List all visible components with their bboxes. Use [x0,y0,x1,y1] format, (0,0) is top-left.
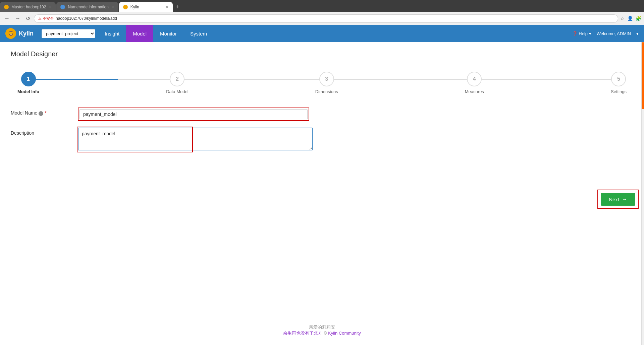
new-tab-button[interactable]: + [173,4,182,11]
address-box[interactable]: ⚠ 不安全 hadoop102:7070/kylin/models/add [34,14,618,23]
model-name-input[interactable] [79,109,308,119]
steps-line-active [31,79,118,80]
forward-button[interactable]: → [13,15,22,22]
help-button[interactable]: ❓ Help ▾ [572,31,591,36]
footer: 亲爱的莉莉安 余生再也没有了北方 © Kylin Community [278,319,366,342]
model-name-label: Model Name i * [11,108,78,116]
main-content: Model Designer 1 Model Info 2 Data Model… [0,42,644,345]
step-circle-4: 4 [467,72,482,86]
tab-title-1: Master: hadoop102 [11,5,46,9]
description-row: Description [11,128,380,151]
step-4: 4 Measures [465,72,484,94]
nav-monitor[interactable]: Monitor [153,25,183,42]
model-name-field [78,108,380,121]
next-button-container: Next → [597,190,639,209]
step-circle-2: 2 [170,72,184,86]
address-actions: ☆ 👤 🧩 [620,16,641,21]
security-warning: ⚠ 不安全 [38,16,54,21]
tab-close-1[interactable]: ✕ [49,5,52,9]
step-label-1: Model Info [17,89,39,94]
project-selector[interactable]: payment_project [42,29,95,38]
step-label-3: Dimensions [315,89,338,94]
browser-tab-3[interactable]: Kylin ✕ [119,2,173,12]
step-3: 3 Dimensions [315,72,338,94]
next-arrow-icon: → [622,196,627,202]
logo-icon: 🦁 [5,28,16,39]
app-navbar: 🦁 Kylin payment_project Insight Model Mo… [0,25,644,42]
extension-button[interactable]: 🧩 [636,16,641,21]
nav-system[interactable]: System [183,25,214,42]
description-wrapper [78,128,313,151]
tab-close-2[interactable]: ✕ [111,5,114,9]
scrollbar-thumb [642,42,644,109]
refresh-button[interactable]: ↺ [24,15,32,22]
next-red-border: Next → [597,190,639,209]
footer-line1: 亲爱的莉莉安 [283,324,361,330]
back-button[interactable]: ← [3,15,11,22]
browser-tab-1[interactable]: Master: hadoop102 ✕ [0,2,56,12]
step-5: 5 Settings [611,72,627,94]
nav-right: ❓ Help ▾ Welcome, ADMIN ▾ [572,31,644,36]
model-name-red-border [78,108,309,121]
kylin-logo: 🦁 Kylin [0,28,39,39]
tab-favicon-3 [123,5,128,9]
tab-bar: Master: hadoop102 ✕ Namenode information… [0,0,644,12]
step-label-2: Data Model [166,89,188,94]
step-label-4: Measures [465,89,484,94]
nav-insight[interactable]: Insight [98,25,126,42]
step-circle-1: 1 [21,72,36,86]
steps-container: 1 Model Info 2 Data Model 3 Dimensions 4… [11,72,633,94]
address-text: hadoop102:7070/kylin/models/add [56,16,614,21]
logo-text: Kylin [19,30,34,37]
required-star: * [45,110,46,116]
scrollbar[interactable] [641,42,644,345]
step-circle-3: 3 [319,72,334,86]
model-name-row: Model Name i * [11,108,380,121]
description-input[interactable] [78,128,313,150]
welcome-caret: ▾ [636,31,639,36]
form-section: Model Name i * Description [11,108,380,151]
step-circle-5: 5 [611,72,626,86]
next-button[interactable]: Next → [601,193,635,206]
browser-tab-2[interactable]: Namenode information ✕ [56,2,118,12]
tab-title-3: Kylin [130,5,139,9]
model-name-info-icon[interactable]: i [39,111,43,116]
account-button[interactable]: 👤 [627,16,633,21]
nav-links: Insight Model Monitor System [98,25,214,42]
description-field [78,128,380,151]
welcome-text: Welcome, ADMIN [597,31,631,36]
page-title: Model Designer [11,50,633,62]
tab-title-2: Namenode information [68,5,108,9]
tab-close-3[interactable]: ✕ [166,5,169,9]
step-2: 2 Data Model [166,72,188,94]
description-label: Description [11,128,78,136]
step-label-5: Settings [611,89,627,94]
tab-favicon-1 [4,5,9,9]
tab-favicon-2 [60,5,65,9]
footer-brand: Kylin Community [328,331,361,336]
footer-line2: 余生再也没有了北方 © Kylin Community [283,331,361,336]
step-1: 1 Model Info [17,72,39,94]
star-button[interactable]: ☆ [620,16,625,21]
address-bar-row: ← → ↺ ⚠ 不安全 hadoop102:7070/kylin/models/… [0,12,644,25]
nav-model[interactable]: Model [126,25,153,42]
browser-chrome: Master: hadoop102 ✕ Namenode information… [0,0,644,25]
